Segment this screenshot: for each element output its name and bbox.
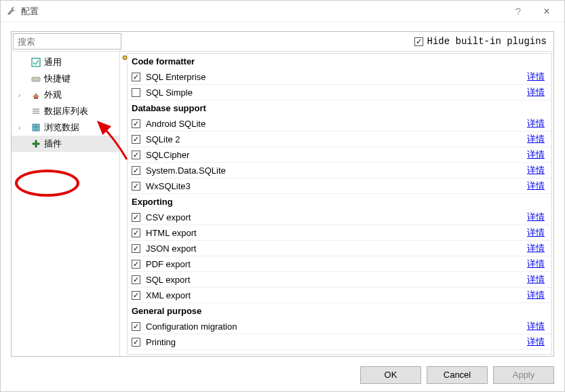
- plugin-row: ✓CSV export详情: [128, 210, 551, 225]
- plugin-name: XML export: [146, 290, 527, 300]
- expander-icon: ›: [18, 124, 26, 132]
- checkbox-icon[interactable]: ✓: [132, 291, 140, 300]
- detail-link[interactable]: 详情: [527, 133, 545, 145]
- tree-icon: [31, 57, 41, 68]
- sidebar-item-label: 外观: [44, 89, 62, 101]
- tree-icon: [31, 138, 41, 149]
- plugin-name: JSON export: [146, 243, 527, 254]
- window-title: 配置: [21, 5, 505, 18]
- svg-rect-0: [32, 58, 40, 66]
- titlebar: 配置 ? ×: [1, 1, 564, 22]
- checkbox-icon[interactable]: ✓: [132, 213, 140, 222]
- plugin-row: ✓Android SQLite详情: [128, 116, 551, 132]
- checkbox-icon[interactable]: ✓: [132, 119, 140, 128]
- plugin-row: ✓Configuration migration详情: [128, 319, 551, 334]
- plugin-name: PDF export: [146, 259, 527, 269]
- group-header: Importing: [128, 350, 551, 355]
- plugin-name: Configuration migration: [146, 321, 527, 332]
- detail-link[interactable]: 详情: [527, 164, 545, 176]
- detail-link[interactable]: 详情: [527, 149, 545, 161]
- detail-link[interactable]: 详情: [527, 320, 545, 332]
- help-button[interactable]: ?: [505, 5, 532, 17]
- hide-builtin-label: Hide built-in plugins: [427, 36, 547, 47]
- detail-link[interactable]: 详情: [527, 289, 545, 301]
- detail-link[interactable]: 详情: [527, 117, 545, 130]
- detail-link[interactable]: 详情: [527, 227, 545, 239]
- checkbox-icon[interactable]: ✓: [132, 166, 140, 175]
- detail-link[interactable]: 详情: [527, 86, 545, 98]
- sidebar-item-label: 快捷键: [44, 73, 71, 85]
- checkbox-icon[interactable]: ✓: [132, 275, 140, 284]
- group-header: Code formatter: [128, 54, 551, 69]
- cancel-button[interactable]: Cancel: [427, 366, 488, 384]
- plugin-name: SQLite 2: [146, 134, 527, 144]
- checkbox-icon[interactable]: ✓: [132, 338, 140, 347]
- plugin-row: ✓System.Data.SQLite详情: [128, 163, 551, 178]
- detail-link[interactable]: 详情: [527, 258, 545, 270]
- detail-link[interactable]: 详情: [527, 336, 545, 348]
- tree-icon: [31, 90, 41, 100]
- plugin-row: ✓SQLite 2详情: [128, 132, 551, 147]
- plugin-name: Printing: [146, 337, 527, 347]
- hide-builtin-toggle[interactable]: ✓ Hide built-in plugins: [121, 32, 553, 51]
- checkbox-icon[interactable]: ✓: [132, 229, 140, 237]
- plugin-row: ✓Printing详情: [128, 334, 551, 350]
- plugin-name: SQL Simple: [146, 87, 527, 98]
- sidebar-item-3[interactable]: 数据库列表: [12, 103, 119, 119]
- group-header: General purpose: [128, 303, 551, 319]
- plugin-panel: Code formatter✓SQL Enterprise详情SQL Simpl…: [120, 52, 553, 356]
- main-split: 通用快捷键›外观数据库列表›浏览数据插件 Code formatter✓SQL …: [12, 51, 553, 356]
- detail-link[interactable]: 详情: [527, 71, 545, 83]
- plugin-row: ✓HTML export详情: [128, 225, 551, 241]
- group-header: Exporting: [128, 194, 551, 210]
- plugin-row: ✓JSON export详情: [128, 241, 551, 256]
- plugin-row: ✓SQL export详情: [128, 272, 551, 288]
- svg-rect-1: [32, 77, 40, 81]
- sidebar-item-label: 通用: [44, 56, 62, 68]
- group-header: Database support: [128, 100, 551, 116]
- checkbox-icon[interactable]: ✓: [132, 182, 140, 191]
- sidebar-item-label: 插件: [44, 138, 62, 150]
- plugin-row: ✓XML export详情: [128, 288, 551, 303]
- checkbox-icon[interactable]: [132, 88, 140, 97]
- plugin-row: ✓WxSQLite3详情: [128, 178, 551, 194]
- plugin-name: SQL export: [146, 275, 527, 285]
- tree-icon: [31, 122, 41, 133]
- apply-button: Apply: [493, 366, 554, 384]
- detail-link[interactable]: 详情: [527, 180, 545, 192]
- expander-icon: ›: [18, 92, 26, 99]
- dialog-buttons: OK Cancel Apply: [360, 366, 554, 384]
- close-button[interactable]: ×: [532, 5, 562, 18]
- checkbox-icon[interactable]: ✓: [132, 151, 140, 159]
- sidebar-item-4[interactable]: ›浏览数据: [12, 119, 119, 136]
- sidebar-item-0[interactable]: 通用: [12, 54, 119, 71]
- detail-link[interactable]: 详情: [527, 242, 545, 254]
- sidebar-item-5[interactable]: 插件: [12, 136, 119, 152]
- content-panel: ✓ Hide built-in plugins 通用快捷键›外观数据库列表›浏览…: [11, 31, 554, 357]
- plugin-list[interactable]: Code formatter✓SQL Enterprise详情SQL Simpl…: [127, 53, 552, 355]
- toolbar: ✓ Hide built-in plugins: [12, 32, 553, 51]
- plugin-name: SQL Enterprise: [146, 72, 527, 82]
- detail-link[interactable]: 详情: [527, 273, 545, 286]
- plugin-name: WxSQLite3: [146, 181, 527, 191]
- wrench-icon: [6, 6, 17, 17]
- plugin-name: System.Data.SQLite: [146, 165, 527, 176]
- sidebar-item-label: 数据库列表: [44, 105, 88, 117]
- sidebar-item-1[interactable]: 快捷键: [12, 71, 119, 87]
- plugin-name: Android SQLite: [146, 119, 527, 129]
- svg-rect-2: [34, 97, 38, 99]
- plugin-row: SQL Simple详情: [128, 85, 551, 100]
- search-input[interactable]: [13, 33, 121, 50]
- plugin-row: ✓SQLCipher详情: [128, 147, 551, 163]
- checkbox-icon[interactable]: ✓: [132, 244, 140, 253]
- ok-button[interactable]: OK: [360, 366, 421, 384]
- checkbox-icon[interactable]: ✓: [132, 260, 140, 269]
- checkbox-icon[interactable]: ✓: [132, 73, 140, 81]
- checkbox-icon: ✓: [414, 37, 423, 46]
- checkbox-icon[interactable]: ✓: [132, 135, 140, 144]
- detail-link[interactable]: 详情: [527, 211, 545, 223]
- plugin-name: SQLCipher: [146, 150, 527, 160]
- sidebar-item-2[interactable]: ›外观: [12, 87, 119, 103]
- pin-icon: [121, 53, 128, 60]
- checkbox-icon[interactable]: ✓: [132, 322, 140, 331]
